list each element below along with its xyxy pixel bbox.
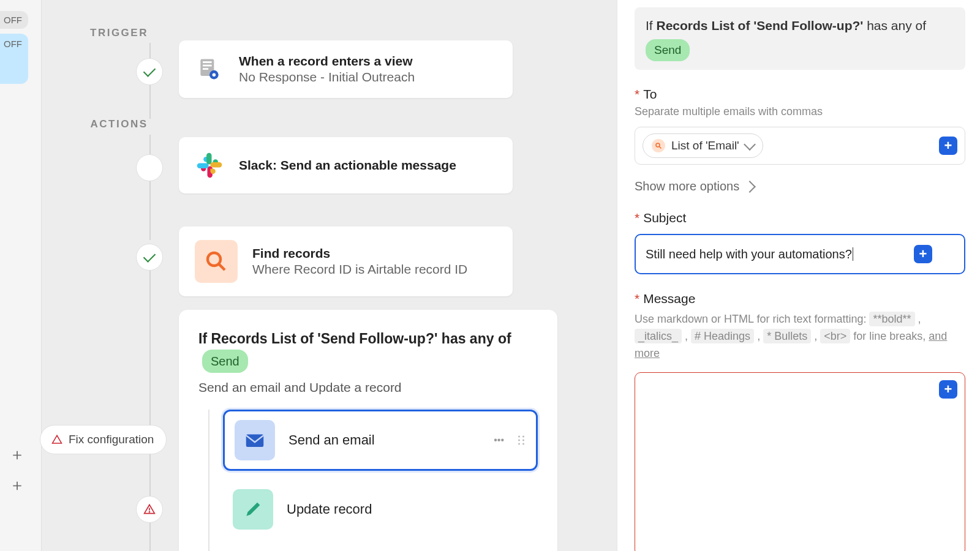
- trigger-title: When a record enters a view: [239, 54, 415, 69]
- search-icon: [652, 139, 665, 152]
- conditional-subtitle: Send an email and Update a record: [198, 380, 538, 395]
- actions-section-label: ACTIONS: [42, 118, 197, 130]
- svg-rect-3: [203, 61, 212, 63]
- cond-listof: List of 'Send Follow-up?': [271, 331, 438, 347]
- fix-configuration-label: Fix configuration: [69, 433, 154, 446]
- conditional-card[interactable]: If Records List of 'Send Follow-up?' has…: [179, 310, 557, 551]
- summary-prefix: If: [646, 18, 657, 32]
- envelope-icon: [235, 420, 275, 460]
- svg-rect-5: [203, 68, 208, 70]
- svg-rect-10: [246, 434, 264, 447]
- update-record-label: Update record: [287, 501, 372, 517]
- edge-blue-card[interactable]: OFF: [0, 34, 28, 84]
- action-find-subtitle: Where Record ID is Airtable record ID: [252, 262, 467, 277]
- to-help: Separate multiple emails with commas: [635, 105, 965, 118]
- connector-line: [149, 135, 151, 156]
- update-record-action[interactable]: Update record: [223, 481, 538, 538]
- drag-handle-icon[interactable]: [518, 435, 525, 444]
- show-more-label: Show more options: [635, 179, 739, 193]
- connector-line: [208, 410, 209, 552]
- svg-point-7: [213, 73, 216, 77]
- message-label: *Message: [635, 291, 965, 306]
- automation-canvas: TRIGGER ACTIONS When a record enters a v…: [41, 0, 617, 551]
- chevron-right-icon: [744, 181, 756, 193]
- send-email-action[interactable]: Send an email •••: [223, 410, 538, 471]
- conditional-title: If Records List of 'Send Follow-up?' has…: [198, 328, 538, 373]
- to-chip-label: List of 'Email': [671, 139, 739, 152]
- to-token-chip[interactable]: List of 'Email': [643, 133, 763, 158]
- action-slack-card[interactable]: Slack: Send an actionable message: [179, 137, 513, 193]
- chevron-down-icon: [744, 138, 756, 151]
- subject-value: Still need help with your automations?: [646, 247, 853, 261]
- more-icon[interactable]: •••: [494, 435, 504, 446]
- cond-suffix: has any of: [437, 331, 511, 347]
- search-icon: [195, 240, 238, 283]
- trigger-subtitle: No Response - Initial Outreach: [239, 70, 415, 84]
- svg-point-11: [656, 143, 660, 147]
- summary-field: Records List of 'Send Follow-up?': [657, 18, 864, 32]
- edge-off-2: OFF: [4, 39, 22, 49]
- edge-off-1: OFF: [0, 11, 28, 29]
- warning-triangle-icon: [51, 434, 62, 445]
- send-email-label: Send an email: [288, 432, 375, 448]
- action-slack-title: Slack: Send an actionable message: [239, 158, 456, 173]
- fix-configuration-button[interactable]: Fix configuration: [40, 425, 167, 454]
- add-step-button[interactable]: ＋: [6, 474, 28, 496]
- slack-icon: [195, 151, 224, 180]
- action-status-ok-icon: [136, 244, 163, 271]
- trigger-status-ok-icon: [136, 58, 163, 85]
- trigger-section-label: TRIGGER: [42, 27, 197, 39]
- show-more-options-button[interactable]: Show more options: [635, 179, 965, 193]
- to-input[interactable]: List of 'Email' +: [635, 127, 965, 165]
- connector-line: [149, 179, 151, 240]
- subject-input[interactable]: Still need help with your automations? +: [635, 234, 965, 274]
- svg-rect-4: [203, 65, 212, 67]
- message-help: Use markdown or HTML for rich text forma…: [635, 311, 965, 362]
- config-panel: If Records List of 'Send Follow-up?' has…: [617, 0, 980, 551]
- action-find-records-card[interactable]: Find records Where Record ID is Airtable…: [179, 227, 513, 296]
- message-input[interactable]: +: [635, 372, 965, 551]
- action-status-warning-icon: [136, 496, 163, 523]
- send-tag: Send: [646, 39, 690, 62]
- subject-label: *Subject: [635, 211, 965, 225]
- add-token-button[interactable]: +: [939, 380, 957, 399]
- trigger-card[interactable]: When a record enters a view No Response …: [179, 40, 513, 98]
- pencil-icon: [233, 489, 273, 530]
- summary-suffix: has any of: [863, 18, 926, 32]
- svg-point-1: [149, 512, 150, 512]
- left-edge: OFF OFF: [0, 11, 28, 84]
- svg-point-8: [208, 253, 221, 266]
- connector-line: [149, 82, 151, 119]
- add-token-button[interactable]: +: [939, 137, 957, 155]
- send-tag: Send: [202, 350, 248, 373]
- cond-prefix: If Records: [198, 331, 271, 347]
- svg-line-12: [660, 147, 662, 149]
- record-enters-view-icon: [195, 54, 224, 84]
- svg-line-9: [219, 264, 225, 270]
- action-status-pending-icon: [136, 154, 163, 181]
- add-token-button[interactable]: +: [914, 245, 932, 263]
- condition-summary: If Records List of 'Send Follow-up?' has…: [635, 7, 965, 70]
- to-label: *To: [635, 87, 965, 102]
- action-find-title: Find records: [252, 246, 467, 261]
- add-step-button[interactable]: ＋: [6, 443, 28, 465]
